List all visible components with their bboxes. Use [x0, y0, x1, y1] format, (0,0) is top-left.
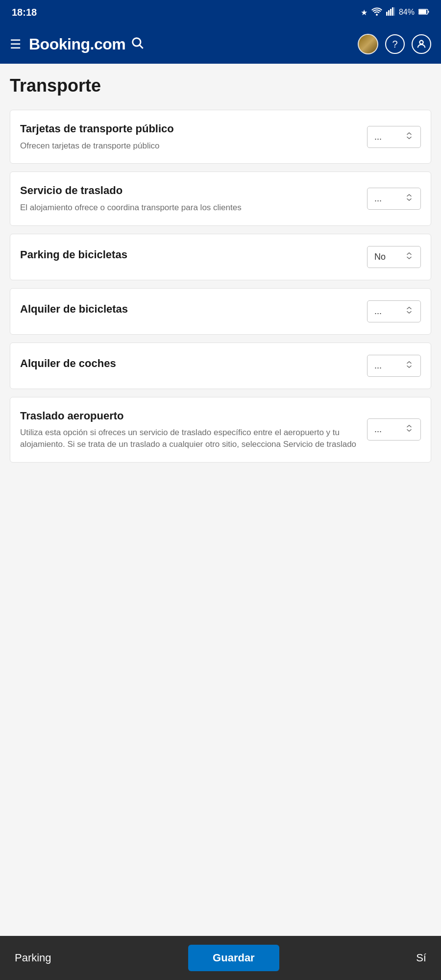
status-icons: ★ 84%: [361, 7, 429, 18]
bottom-bar: Parking Guardar Sí: [0, 936, 441, 980]
card-parking-bicicletas: Parking de bicicletasNo: [10, 234, 431, 280]
svg-rect-1: [388, 10, 390, 16]
card-alquiler-coches: Alquiler de coches...: [10, 343, 431, 389]
select-alquiler-coches[interactable]: ...: [367, 355, 421, 377]
chevron-up-down-icon-parking-bicicletas: [405, 251, 414, 263]
chevron-up-down-icon-alquiler-coches: [405, 360, 414, 371]
card-tarjetas-transporte: Tarjetas de transporte públicoOfrecen ta…: [10, 110, 431, 164]
card-content-servicio-traslado: Servicio de trasladoEl alojamiento ofrec…: [20, 184, 359, 213]
card-title-servicio-traslado: Servicio de traslado: [20, 184, 359, 198]
card-title-alquiler-coches: Alquiler de coches: [20, 357, 359, 371]
card-title-traslado-aeropuerto: Traslado aeropuerto: [20, 409, 359, 423]
select-value-parking-bicicletas: No: [374, 252, 386, 262]
battery-text: 84%: [399, 8, 415, 17]
chevron-up-down-icon-alquiler-bicicletas: [405, 306, 414, 317]
select-value-alquiler-coches: ...: [374, 361, 382, 371]
card-title-alquiler-bicicletas: Alquiler de bicicletas: [20, 302, 359, 317]
svg-rect-2: [390, 9, 392, 16]
navbar-icons: ?: [358, 34, 431, 54]
select-value-servicio-traslado: ...: [374, 194, 382, 204]
card-servicio-traslado: Servicio de trasladoEl alojamiento ofrec…: [10, 172, 431, 225]
status-time: 18:18: [12, 7, 37, 18]
main-content: Transporte Tarjetas de transporte públic…: [0, 64, 441, 529]
wifi-icon: [371, 7, 382, 18]
card-description-traslado-aeropuerto: Utiliza esta opción si ofreces un servic…: [20, 427, 359, 450]
avatar[interactable]: [358, 34, 378, 54]
cards-container: Tarjetas de transporte públicoOfrecen ta…: [10, 110, 431, 463]
card-alquiler-bicicletas: Alquiler de bicicletas...: [10, 288, 431, 335]
card-traslado-aeropuerto: Traslado aeropuertoUtiliza esta opción s…: [10, 397, 431, 463]
svg-point-8: [133, 38, 141, 46]
menu-icon[interactable]: ☰: [10, 37, 21, 52]
card-description-tarjetas-transporte: Ofrecen tarjetas de transporte público: [20, 140, 359, 152]
bottom-bar-left-label: Parking: [15, 952, 51, 964]
select-parking-bicicletas[interactable]: No: [367, 246, 421, 268]
select-servicio-traslado[interactable]: ...: [367, 188, 421, 210]
brand-name: Booking.com: [29, 35, 125, 53]
select-alquiler-bicicletas[interactable]: ...: [367, 300, 421, 322]
select-tarjetas-transporte[interactable]: ...: [367, 126, 421, 148]
signal-icon: [386, 7, 395, 18]
svg-rect-4: [394, 7, 395, 16]
card-content-alquiler-coches: Alquiler de coches: [20, 357, 359, 375]
card-title-tarjetas-transporte: Tarjetas de transporte público: [20, 122, 359, 136]
svg-rect-0: [386, 12, 388, 16]
chevron-up-down-icon-traslado-aeropuerto: [405, 424, 414, 435]
chevron-up-down-icon-servicio-traslado: [405, 193, 414, 204]
svg-rect-7: [428, 11, 429, 13]
card-content-parking-bicicletas: Parking de bicicletas: [20, 248, 359, 266]
save-button[interactable]: Guardar: [188, 945, 279, 971]
status-bar: 18:18 ★ 84%: [0, 0, 441, 24]
search-icon[interactable]: [130, 36, 144, 53]
card-content-traslado-aeropuerto: Traslado aeropuertoUtiliza esta opción s…: [20, 409, 359, 450]
card-content-tarjetas-transporte: Tarjetas de transporte públicoOfrecen ta…: [20, 122, 359, 151]
card-content-alquiler-bicicletas: Alquiler de bicicletas: [20, 302, 359, 320]
svg-point-10: [419, 41, 423, 44]
card-description-servicio-traslado: El alojamiento ofrece o coordina transpo…: [20, 202, 359, 214]
help-icon[interactable]: ?: [385, 34, 405, 54]
select-traslado-aeropuerto[interactable]: ...: [367, 418, 421, 441]
user-icon[interactable]: [412, 34, 431, 54]
svg-line-9: [140, 45, 143, 48]
navbar: ☰ Booking.com ?: [0, 24, 441, 64]
svg-rect-3: [392, 7, 393, 16]
chevron-up-down-icon-tarjetas-transporte: [405, 131, 414, 143]
card-title-parking-bicicletas: Parking de bicicletas: [20, 248, 359, 262]
svg-rect-6: [419, 10, 426, 14]
brand-container: Booking.com: [29, 35, 350, 53]
bottom-bar-right-label: Sí: [416, 952, 426, 964]
select-value-tarjetas-transporte: ...: [374, 132, 382, 142]
bluetooth-icon: ★: [361, 8, 368, 17]
select-value-traslado-aeropuerto: ...: [374, 424, 382, 435]
battery-icon: [418, 8, 429, 17]
select-value-alquiler-bicicletas: ...: [374, 306, 382, 317]
page-title: Transporte: [10, 75, 431, 96]
